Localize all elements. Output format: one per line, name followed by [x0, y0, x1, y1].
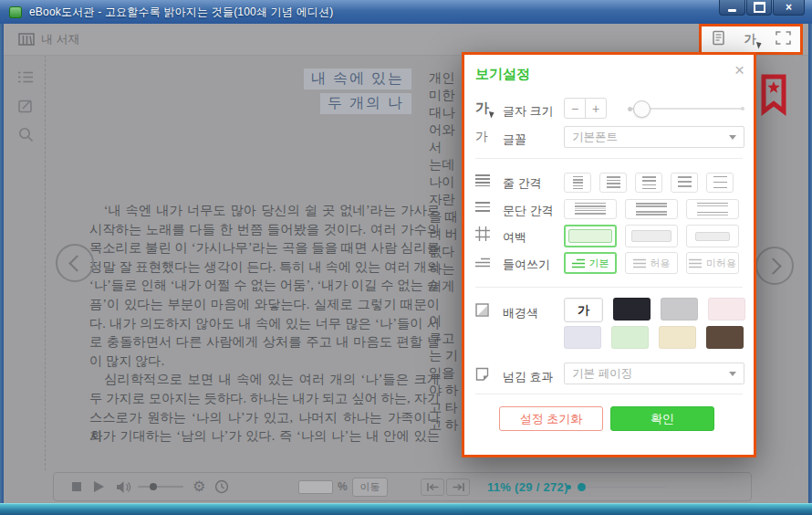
page-transition-dropdown[interactable]: 기본 페이징	[564, 363, 744, 384]
left-page-text: ‘내 속엔 내가 너무도 많아 당신의 쉴 곳 없네’라는 가사로시작하는 노래…	[89, 201, 440, 446]
close-window-button[interactable]: ×	[773, 0, 805, 16]
my-library-button[interactable]: 내 서재	[18, 31, 80, 47]
indent-allow-icon	[633, 258, 646, 268]
paragraph-spacing-label: 문단 간격	[503, 203, 554, 219]
maximize-button[interactable]	[746, 0, 772, 16]
gear-icon: ⚙	[193, 479, 205, 494]
book-text-line: 두 가지로 모아지는 듯하다. 하나는 내가 되고 싶어 하는, 자기	[89, 389, 440, 408]
margin-option-3[interactable]	[686, 225, 739, 247]
volume-thumb[interactable]	[150, 483, 157, 490]
margin-options	[564, 225, 739, 247]
indent-label: 들여쓰기	[503, 257, 550, 273]
window-titlebar: eBook도서관 - 고요할수록 밝아지는 것들(100쇄 기념 에디션) ×	[0, 0, 812, 24]
indent-option-disallow[interactable]: 미허용	[686, 252, 739, 274]
view-settings-button[interactable]: 가	[744, 31, 756, 47]
tts-settings-button[interactable]: ⚙	[193, 473, 205, 500]
next-page-button[interactable]	[755, 247, 794, 285]
bg-color-swatch[interactable]	[564, 326, 601, 349]
indent-option-label: 기본	[589, 257, 609, 270]
book-text-line: 시작하는 노래를 다들 한 번쯤 들어봤을 것이다. 여러 가수의	[89, 220, 440, 239]
panel-title: 보기설정	[475, 66, 530, 83]
bg-color-swatch[interactable]	[611, 326, 649, 349]
paragraph-spacing-options	[564, 199, 739, 219]
minimize-icon	[728, 9, 736, 12]
line-spacing-option-1[interactable]	[564, 173, 591, 193]
line-spacing-option-5[interactable]	[706, 173, 734, 193]
page-transition-value: 기본 페이징	[572, 367, 632, 380]
jump-to-start-button[interactable]	[421, 473, 444, 500]
volume-slider[interactable]	[138, 473, 183, 500]
font-size-stepper: − +	[564, 98, 607, 119]
divider	[475, 158, 743, 159]
page-view-mode-button[interactable]	[712, 30, 725, 49]
window-frame-bottom	[0, 503, 812, 515]
font-size-slider-thumb[interactable]	[633, 100, 651, 118]
confirm-button[interactable]: 확인	[610, 406, 714, 431]
font-size-increase-button[interactable]: +	[586, 99, 606, 118]
font-family-dropdown[interactable]: 기본폰트	[564, 126, 744, 148]
book-text-line: 심리학적으로 보면 내 속에 있는 여러 개의 ‘나’들은 크게	[89, 370, 440, 389]
maximize-icon	[754, 2, 765, 13]
line-spacing-option-3[interactable]	[635, 173, 662, 193]
indent-option-default-selected[interactable]: 기본	[564, 252, 617, 274]
bg-color-swatch[interactable]	[661, 298, 698, 321]
line-spacing-label: 줄 간격	[503, 175, 542, 192]
book-text-line: 픔’이 있다는 부분이 마음에 와닿는다. 실제로 그렇기 때문이	[89, 295, 440, 314]
line-spacing-option-4[interactable]	[671, 173, 698, 193]
indent-option-label: 허용	[651, 257, 671, 270]
reset-settings-button[interactable]: 설정 초기화	[499, 406, 603, 431]
progress-slider[interactable]	[567, 473, 669, 500]
chevron-left-icon	[68, 255, 85, 271]
indent-option-allow[interactable]: 허용	[625, 252, 678, 274]
chapter-title-line: 두 개의 나	[320, 93, 411, 114]
line-spacing-option-2[interactable]	[599, 173, 627, 193]
progress-line	[587, 487, 665, 489]
chevron-right-icon	[765, 258, 781, 274]
fullscreen-button[interactable]	[776, 31, 791, 48]
indent-icon	[475, 256, 490, 272]
book-text-line: ‘나’들로 인해 ‘내가 어쩔 수 없는 어둠’, ‘내가 이길 수 없는 슬	[89, 276, 440, 295]
margin-option-2[interactable]	[625, 225, 678, 247]
background-color-icon	[475, 303, 489, 321]
my-library-label: 내 서재	[41, 31, 80, 47]
jump-to-end-button[interactable]	[446, 473, 470, 500]
paragraph-spacing-option-1[interactable]	[564, 199, 617, 219]
bg-color-swatch[interactable]	[613, 298, 651, 321]
tts-volume-button[interactable]	[116, 473, 131, 500]
minimize-button[interactable]	[719, 0, 745, 16]
font-size-decrease-button[interactable]: −	[565, 99, 586, 118]
memo-button[interactable]	[18, 99, 34, 117]
go-button[interactable]: 이동	[352, 473, 388, 500]
progress-thumb[interactable]	[578, 483, 586, 491]
divider	[475, 287, 743, 288]
search-icon	[18, 127, 34, 142]
prev-page-button[interactable]	[56, 244, 94, 282]
stop-icon	[72, 482, 81, 491]
margin-label: 여백	[503, 229, 526, 246]
app-icon	[9, 6, 22, 18]
search-button[interactable]	[18, 127, 34, 146]
book-text-line: 회가 기대하는 ‘남의 나’가 있다. 즉 ‘나의 나’는 내 안에 있는	[89, 426, 440, 446]
bookmark-ribbon-icon[interactable]	[759, 73, 788, 121]
close-panel-icon[interactable]: ×	[734, 60, 744, 80]
paragraph-spacing-option-3[interactable]	[686, 199, 739, 219]
font-size-icon: 가	[475, 100, 489, 117]
bg-color-swatch[interactable]: 가	[564, 298, 603, 322]
stop-button[interactable]	[72, 473, 81, 500]
play-button[interactable]	[94, 473, 104, 500]
volume-track	[138, 486, 183, 488]
font-family-label: 글꼴	[503, 131, 526, 148]
paragraph-spacing-option-2[interactable]	[625, 199, 678, 219]
bg-color-swatch[interactable]	[706, 326, 744, 349]
font-size-slider[interactable]	[629, 108, 744, 110]
line-spacing-options	[564, 173, 734, 193]
toc-button[interactable]	[18, 70, 33, 87]
margin-option-1-selected[interactable]	[564, 225, 617, 247]
background-color-swatches: 가	[564, 298, 754, 349]
percent-jump-field[interactable]	[298, 473, 333, 500]
bg-color-swatch[interactable]	[659, 326, 696, 349]
bg-color-swatch[interactable]	[708, 298, 745, 321]
book-text-line: ‘내 속엔 내가 너무도 많아 당신의 쉴 곳 없네’라는 가사로	[89, 201, 440, 220]
percent-input[interactable]	[298, 480, 333, 494]
reading-timer-button[interactable]	[214, 473, 229, 500]
